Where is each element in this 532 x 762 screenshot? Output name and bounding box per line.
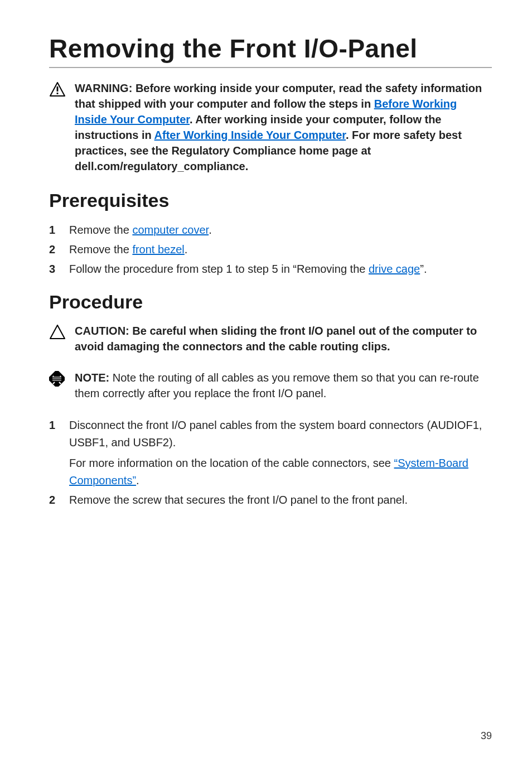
link-front-bezel[interactable]: front bezel bbox=[132, 243, 184, 255]
page-number: 39 bbox=[481, 730, 492, 742]
link-drive-cage[interactable]: drive cage bbox=[369, 263, 420, 275]
list-item: Remove the computer cover. bbox=[49, 221, 492, 239]
svg-rect-1 bbox=[57, 86, 59, 91]
list-item: Follow the procedure from step 1 to step… bbox=[49, 261, 492, 278]
procedure-heading: Procedure bbox=[49, 291, 492, 313]
caution-icon bbox=[49, 323, 67, 354]
step-pre: Follow the procedure from step 1 to step… bbox=[69, 263, 369, 275]
note-icon bbox=[49, 370, 67, 401]
step-post: . bbox=[185, 243, 188, 255]
svg-rect-2 bbox=[57, 93, 59, 94]
prerequisites-heading: Prerequisites bbox=[49, 190, 492, 211]
title-underline bbox=[49, 67, 492, 68]
step-sub-pre: For more information on the location of … bbox=[69, 457, 394, 469]
warning-callout: WARNING: Before working inside your comp… bbox=[49, 80, 492, 174]
warning-icon bbox=[49, 80, 67, 174]
step-post: ”. bbox=[420, 263, 427, 275]
note-text: NOTE: Note the routing of all cables as … bbox=[75, 370, 492, 401]
step-pre: Remove the bbox=[69, 224, 132, 236]
svg-marker-3 bbox=[50, 325, 65, 339]
list-item: Remove the screw that secures the front … bbox=[49, 491, 492, 509]
caution-text: CAUTION: Be careful when sliding the fro… bbox=[75, 323, 492, 354]
note-callout: NOTE: Note the routing of all cables as … bbox=[49, 370, 492, 401]
caution-callout: CAUTION: Be careful when sliding the fro… bbox=[49, 323, 492, 354]
manual-page: Removing the Front I/O-Panel WARNING: Be… bbox=[0, 0, 532, 762]
step-main: Remove the screw that secures the front … bbox=[69, 494, 408, 506]
link-computer-cover[interactable]: computer cover bbox=[132, 224, 209, 236]
page-title: Removing the Front I/O-Panel bbox=[49, 33, 492, 64]
list-item: Remove the front bezel. bbox=[49, 241, 492, 258]
warning-text: WARNING: Before working inside your comp… bbox=[75, 80, 492, 174]
list-item: Disconnect the front I/O panel cables fr… bbox=[49, 417, 492, 489]
link-after-working[interactable]: After Working Inside Your Computer bbox=[154, 129, 346, 141]
step-post: . bbox=[209, 224, 212, 236]
step-main: Disconnect the front I/O panel cables fr… bbox=[69, 419, 482, 448]
procedure-list: Disconnect the front I/O panel cables fr… bbox=[49, 417, 492, 509]
note-body: Note the routing of all cables as you re… bbox=[75, 372, 479, 399]
step-pre: Remove the bbox=[69, 243, 132, 255]
warning-label: WARNING: bbox=[75, 82, 136, 94]
prerequisites-list: Remove the computer cover. Remove the fr… bbox=[49, 221, 492, 278]
note-label: NOTE: bbox=[75, 372, 113, 384]
step-sub-post: . bbox=[136, 474, 139, 486]
